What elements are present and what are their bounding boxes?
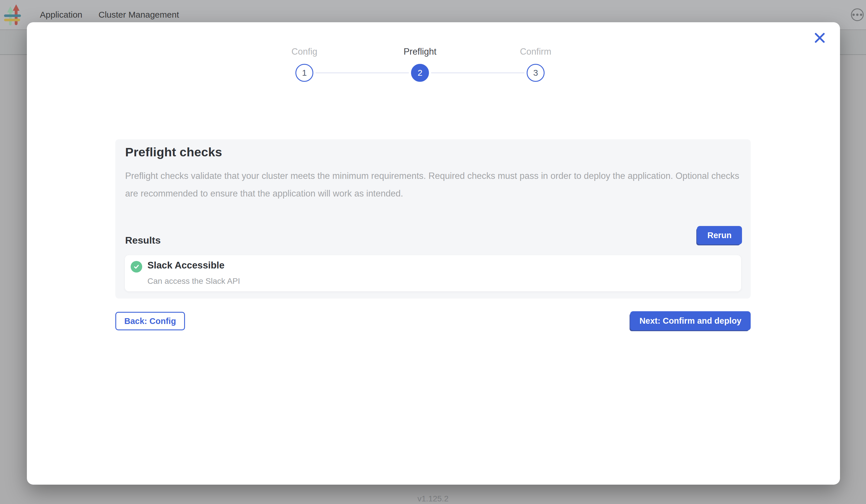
check-pass-icon bbox=[131, 261, 142, 272]
preflight-checks-title: Preflight checks bbox=[125, 145, 222, 159]
app-logo-icon bbox=[3, 4, 25, 25]
nav-item-cluster-management[interactable]: Cluster Management bbox=[99, 10, 179, 20]
step-circle-2[interactable]: 2 bbox=[411, 64, 429, 82]
step-label: Config bbox=[291, 46, 318, 57]
check-title: Slack Accessible bbox=[147, 260, 225, 271]
next-confirm-deploy-button[interactable]: Next: Confirm and deploy bbox=[630, 311, 751, 330]
check-result-row: Slack Accessible Can access the Slack AP… bbox=[125, 255, 741, 291]
rerun-button[interactable]: Rerun bbox=[697, 226, 742, 245]
step-preflight: Preflight 2 bbox=[362, 46, 478, 82]
results-heading: Results bbox=[125, 235, 161, 246]
preflight-checks-card: Preflight checks Preflight checks valida… bbox=[115, 139, 751, 299]
step-label: Preflight bbox=[403, 46, 436, 57]
step-confirm: Confirm 3 bbox=[478, 46, 593, 82]
check-description: Can access the Slack API bbox=[147, 277, 240, 286]
close-icon[interactable] bbox=[813, 31, 827, 45]
wizard-stepper: Config 1 Preflight 2 Confirm 3 bbox=[246, 46, 593, 82]
ellipsis-menu-icon[interactable] bbox=[851, 8, 864, 21]
preflight-wizard-modal: Config 1 Preflight 2 Confirm 3 Preflight… bbox=[27, 22, 840, 485]
stepper-connector bbox=[431, 72, 525, 74]
preflight-checks-description: Preflight checks validate that your clus… bbox=[125, 167, 742, 202]
stepper-connector bbox=[315, 72, 409, 74]
step-circle-1[interactable]: 1 bbox=[296, 64, 313, 82]
app-version-label: v1.125.2 bbox=[0, 494, 866, 503]
step-label: Confirm bbox=[520, 46, 552, 57]
step-config: Config 1 bbox=[246, 46, 362, 82]
step-circle-3[interactable]: 3 bbox=[527, 64, 545, 82]
back-config-button[interactable]: Back: Config bbox=[115, 312, 185, 330]
nav-item-application[interactable]: Application bbox=[40, 10, 82, 20]
top-nav: Application Cluster Management bbox=[40, 10, 179, 20]
